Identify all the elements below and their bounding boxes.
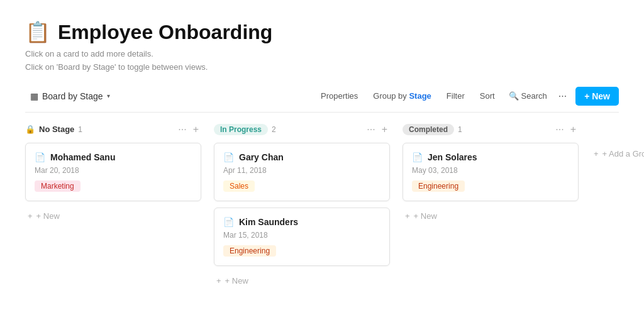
column-badge-completed: Completed <box>402 124 454 135</box>
column-more-button-completed[interactable]: ··· <box>553 123 566 136</box>
column-more-button-in-progress[interactable]: ··· <box>364 123 377 136</box>
column-title-badge-completed: Completed 1 <box>402 124 549 135</box>
page: 📋 Employee Onboarding Click on a card to… <box>0 0 644 302</box>
card-name-jen: Jen Solares <box>428 152 477 162</box>
card-title-row-jen: 📄 Jen Solares <box>412 152 569 162</box>
column-actions-no-stage: ··· + <box>175 123 201 136</box>
plus-icon: + <box>405 211 410 221</box>
filter-button[interactable]: Filter <box>440 88 471 104</box>
card-doc-icon-kim: 📄 <box>223 217 234 227</box>
card-name-kim: Kim Saunders <box>239 217 298 227</box>
card-date: Mar 20, 2018 <box>35 166 192 175</box>
card-kim-saunders[interactable]: 📄 Kim Saunders Mar 15, 2018 Engineering <box>214 208 390 266</box>
card-title-row-gary: 📄 Gary Chan <box>223 152 380 162</box>
board-container: 🔒 No Stage 1 ··· + 📄 Mohamed Sanu Mar 20… <box>25 123 619 289</box>
card-jen-solares[interactable]: 📄 Jen Solares May 03, 2018 Engineering <box>402 143 579 201</box>
board-by-stage-button[interactable]: ▦ Board by Stage ▾ <box>25 89 115 104</box>
chevron-down-icon: ▾ <box>107 92 110 99</box>
column-header-in-progress: In Progress 2 ··· + <box>214 123 390 136</box>
add-new-no-stage-button[interactable]: + + New <box>25 208 62 224</box>
card-doc-icon: 📄 <box>35 152 45 162</box>
card-date-gary: Apr 11, 2018 <box>223 166 380 175</box>
column-completed: Completed 1 ··· + 📄 Jen Solares May 03, … <box>402 123 579 224</box>
card-name: Mohamed Sanu <box>50 152 115 162</box>
more-options-button[interactable]: ··· <box>555 88 570 104</box>
page-header: 📋 Employee Onboarding <box>25 20 619 44</box>
toolbar: ▦ Board by Stage ▾ Properties Group by S… <box>25 87 619 113</box>
card-date-kim: Mar 15, 2018 <box>223 231 380 240</box>
page-subtitle: Click on a card to add more details. Cli… <box>25 48 619 74</box>
board-icon: ▦ <box>30 91 38 101</box>
plus-icon-group: + <box>594 149 599 158</box>
column-title-badge: No Stage 1 <box>39 125 172 134</box>
column-count-completed: 1 <box>458 125 462 134</box>
column-add-button-completed[interactable]: + <box>568 123 579 136</box>
card-gary-chan[interactable]: 📄 Gary Chan Apr 11, 2018 Sales <box>214 143 390 201</box>
plus-icon: + <box>28 211 33 221</box>
card-mohamed-sanu[interactable]: 📄 Mohamed Sanu Mar 20, 2018 Marketing <box>25 143 201 201</box>
toolbar-left: ▦ Board by Stage ▾ <box>25 89 115 104</box>
plus-icon: + <box>216 276 221 285</box>
card-tag-marketing: Marketing <box>35 180 80 192</box>
column-add-button-in-progress[interactable]: + <box>379 123 390 136</box>
add-group-column: + + Add a Group <box>591 123 644 162</box>
card-tag-engineering-kim: Engineering <box>223 245 276 257</box>
group-by-button[interactable]: Group by Stage <box>367 88 438 104</box>
search-button[interactable]: 🔍 Search <box>504 88 552 104</box>
page-title-icon: 📋 <box>25 20 50 44</box>
column-header-no-stage: 🔒 No Stage 1 ··· + <box>25 123 201 136</box>
card-tag-sales: Sales <box>223 180 255 192</box>
toolbar-right: Properties Group by Stage Filter Sort 🔍 … <box>314 87 619 106</box>
board-by-stage-label: Board by Stage <box>42 91 103 101</box>
card-doc-icon-gary: 📄 <box>223 152 234 162</box>
column-badge-in-progress: In Progress <box>214 124 268 135</box>
column-actions-in-progress: ··· + <box>364 123 390 136</box>
card-name-gary: Gary Chan <box>239 152 284 162</box>
column-no-stage: 🔒 No Stage 1 ··· + 📄 Mohamed Sanu Mar 20… <box>25 123 201 224</box>
search-icon: 🔍 <box>509 91 519 101</box>
new-record-button[interactable]: + New <box>575 87 619 106</box>
column-in-progress: In Progress 2 ··· + 📄 Gary Chan Apr 11, … <box>214 123 390 289</box>
column-more-button-no-stage[interactable]: ··· <box>175 123 189 136</box>
card-date-jen: May 03, 2018 <box>412 166 569 175</box>
add-new-in-progress-button[interactable]: + + New <box>214 272 251 289</box>
card-doc-icon-jen: 📄 <box>412 152 423 162</box>
properties-button[interactable]: Properties <box>314 88 364 104</box>
page-title: Employee Onboarding <box>58 21 272 44</box>
card-title-row: 📄 Mohamed Sanu <box>35 152 192 162</box>
column-count-no-stage: 1 <box>78 125 82 134</box>
group-by-stage-label: Stage <box>409 91 431 101</box>
column-title-badge-inprogress: In Progress 2 <box>214 124 360 135</box>
lock-icon: 🔒 <box>25 125 35 134</box>
column-add-button-no-stage[interactable]: + <box>191 123 201 136</box>
add-new-completed-button[interactable]: + + New <box>402 208 440 224</box>
card-title-row-kim: 📄 Kim Saunders <box>223 217 380 227</box>
add-group-button[interactable]: + + Add a Group <box>591 145 644 162</box>
card-tag-engineering-jen: Engineering <box>412 180 465 192</box>
column-actions-completed: ··· + <box>553 123 579 136</box>
column-title-no-stage: No Stage <box>39 125 74 134</box>
sort-button[interactable]: Sort <box>474 88 501 104</box>
column-count-in-progress: 2 <box>272 125 276 134</box>
column-header-completed: Completed 1 ··· + <box>402 123 579 136</box>
